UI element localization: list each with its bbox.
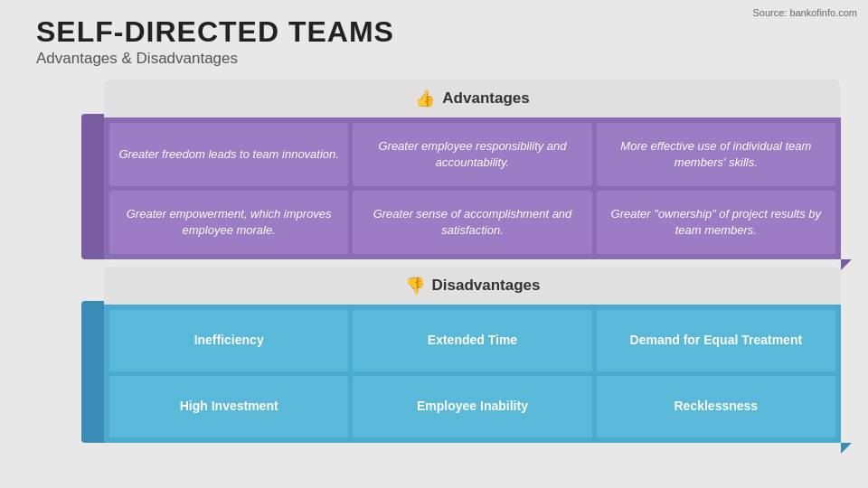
adv-cell-1: Greater freedom leads to team innovation… (109, 123, 348, 186)
dis-cell-4: High Investment (109, 376, 348, 437)
adv-cell-3: More effective use of individual team me… (597, 123, 835, 186)
adv-cell-5: Greater sense of accomplishment and sati… (353, 191, 591, 254)
advantages-grid: Greater freedom leads to team innovation… (104, 117, 841, 259)
dis-cell-1: Inefficiency (109, 310, 348, 371)
thumbs-down-icon: 👎 (405, 276, 425, 296)
disadvantages-label: Disadvantages (432, 277, 541, 295)
thumbs-up-icon: 👍 (415, 89, 435, 108)
adv-cell-2: Greater employee responsibility and acco… (353, 123, 591, 186)
disadvantages-grid: Inefficiency Extended Time Demand for Eq… (104, 305, 841, 443)
advantages-label: Advantages (442, 89, 529, 108)
disadvantages-section: 👎 Disadvantages Inefficiency Extended Ti… (104, 267, 841, 443)
advantages-header: 👍 Advantages (104, 80, 841, 117)
disadvantages-header: 👎 Disadvantages (104, 267, 841, 305)
page-subtitle: Advantages & Disadvantages (36, 50, 394, 68)
advantages-section: 👍 Advantages Greater freedom leads to te… (104, 80, 841, 259)
adv-cell-6: Greater "ownership" of project results b… (597, 191, 835, 254)
dis-cell-2: Extended Time (353, 310, 591, 371)
dis-cell-3: Demand for Equal Treatment (597, 310, 835, 371)
adv-cell-4: Greater empowerment, which improves empl… (109, 191, 348, 254)
dis-cell-6: Recklessness (597, 376, 835, 437)
title-area: SELF-DIRECTED TEAMS Advantages & Disadva… (36, 16, 394, 68)
dis-cell-5: Employee Inability (353, 376, 591, 437)
page-title: SELF-DIRECTED TEAMS (36, 16, 394, 48)
source-text: Source: bankofinfo.com (752, 7, 857, 18)
